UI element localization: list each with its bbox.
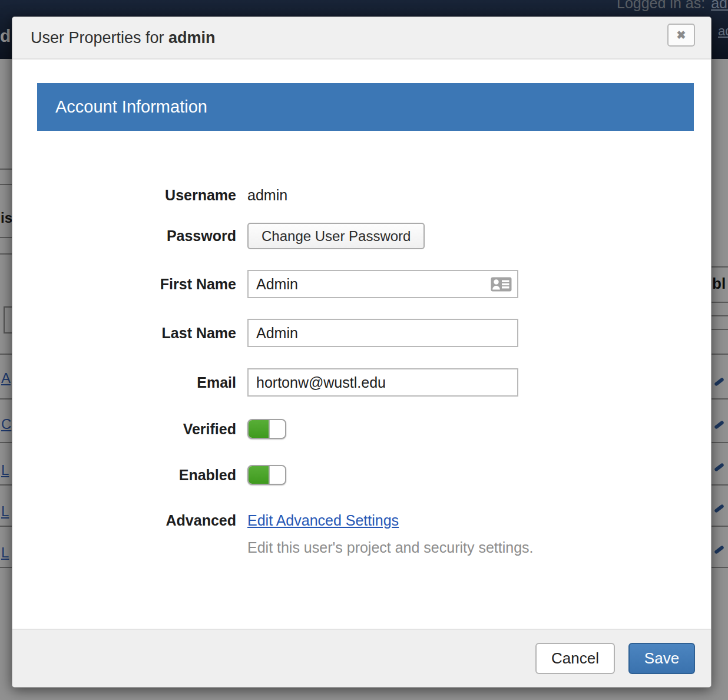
account-form: Username admin Password Change User Pass…	[12, 187, 711, 556]
last-name-input[interactable]	[249, 325, 512, 342]
verified-label: Verified	[24, 421, 236, 438]
toggle-knob	[269, 466, 285, 484]
close-icon: ✖	[677, 28, 686, 42]
enabled-row: Enabled	[24, 465, 711, 485]
email-row: Email	[24, 368, 711, 397]
toggle-knob	[269, 420, 285, 438]
section-header-account-information: Account Information	[37, 83, 694, 131]
first-name-label: First Name	[24, 276, 236, 293]
email-input[interactable]	[249, 374, 512, 391]
contact-card-icon[interactable]	[491, 277, 512, 292]
last-name-row: Last Name	[24, 319, 711, 347]
username-row: Username admin	[24, 187, 711, 204]
dialog-footer: Cancel Save	[12, 629, 711, 687]
password-row: Password Change User Password	[24, 223, 711, 249]
dialog-title: User Properties for admin	[31, 29, 216, 47]
username-label: Username	[24, 187, 236, 204]
dialog-titlebar: User Properties for admin ✖	[12, 17, 711, 60]
first-name-row: First Name	[24, 270, 711, 298]
last-name-field-box	[247, 319, 518, 347]
first-name-field-box	[247, 270, 518, 298]
advanced-description: Edit this user's project and security se…	[247, 539, 534, 556]
last-name-label: Last Name	[24, 325, 236, 342]
username-value: admin	[247, 187, 287, 204]
email-label: Email	[24, 374, 236, 391]
change-password-button[interactable]: Change User Password	[247, 223, 425, 249]
first-name-input[interactable]	[249, 276, 491, 293]
save-button[interactable]: Save	[628, 643, 695, 674]
email-field-box	[247, 368, 518, 397]
enabled-toggle[interactable]	[247, 465, 286, 485]
verified-row: Verified	[24, 419, 711, 439]
advanced-row: Advanced Edit Advanced Settings Edit thi…	[24, 512, 711, 556]
edit-advanced-settings-link[interactable]: Edit Advanced Settings	[247, 512, 399, 529]
cancel-button[interactable]: Cancel	[535, 643, 615, 674]
password-label: Password	[24, 227, 236, 245]
toggle-on-segment	[249, 420, 269, 438]
advanced-label: Advanced	[24, 512, 236, 529]
verified-toggle[interactable]	[247, 419, 286, 439]
close-button[interactable]: ✖	[667, 24, 695, 47]
user-properties-dialog: User Properties for admin ✖ Account Info…	[12, 16, 712, 688]
toggle-on-segment	[249, 466, 269, 484]
section-title: Account Information	[55, 97, 207, 117]
enabled-label: Enabled	[24, 467, 236, 484]
dialog-title-prefix: User Properties for	[31, 29, 168, 47]
advanced-content: Edit Advanced Settings Edit this user's …	[247, 512, 534, 556]
dialog-title-username: admin	[168, 29, 216, 47]
